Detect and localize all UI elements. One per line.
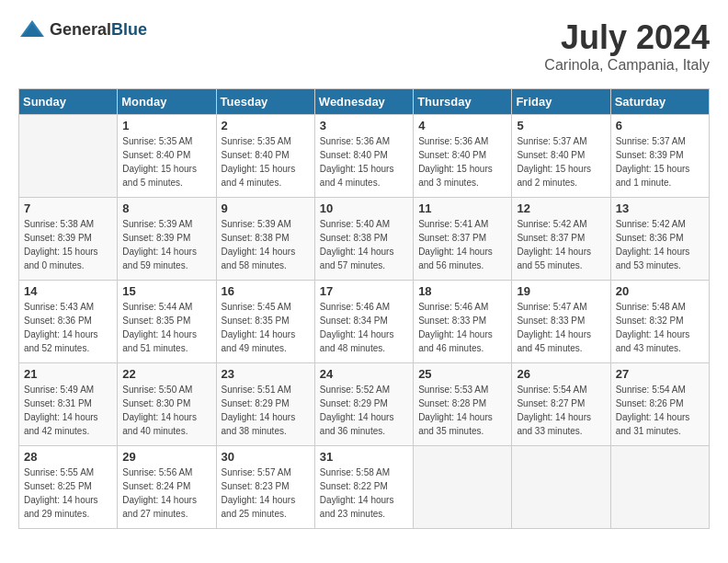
- day-info: Sunrise: 5:46 AMSunset: 8:34 PMDaylight:…: [320, 300, 408, 355]
- day-number: 18: [418, 284, 506, 298]
- day-number: 22: [122, 367, 210, 381]
- day-info: Sunrise: 5:53 AMSunset: 8:28 PMDaylight:…: [418, 383, 506, 438]
- day-number: 14: [24, 284, 112, 298]
- calendar-week-row: 21Sunrise: 5:49 AMSunset: 8:31 PMDayligh…: [19, 363, 710, 446]
- calendar-day-cell: 20Sunrise: 5:48 AMSunset: 8:32 PMDayligh…: [610, 281, 709, 363]
- day-number: 3: [320, 119, 408, 132]
- day-number: 15: [122, 284, 210, 298]
- day-number: 29: [122, 450, 210, 464]
- calendar-day-cell: 15Sunrise: 5:44 AMSunset: 8:35 PMDayligh…: [118, 281, 216, 363]
- calendar-day-cell: 3Sunrise: 5:36 AMSunset: 8:40 PMDaylight…: [314, 115, 413, 198]
- calendar-day-cell: 14Sunrise: 5:43 AMSunset: 8:36 PMDayligh…: [19, 281, 118, 363]
- day-number: 13: [616, 201, 704, 215]
- day-number: 10: [320, 201, 408, 215]
- day-of-week-header: Sunday: [19, 89, 118, 115]
- day-number: 12: [517, 201, 605, 215]
- day-info: Sunrise: 5:58 AMSunset: 8:22 PMDaylight:…: [320, 465, 408, 521]
- calendar-day-cell: 2Sunrise: 5:35 AMSunset: 8:40 PMDaylight…: [216, 115, 314, 198]
- day-number: 24: [320, 367, 408, 381]
- day-number: 28: [24, 450, 112, 464]
- calendar-day-cell: [512, 446, 610, 529]
- day-of-week-header: Saturday: [610, 89, 709, 115]
- calendar-day-cell: 17Sunrise: 5:46 AMSunset: 8:34 PMDayligh…: [314, 281, 413, 363]
- location-subtitle: Carinola, Campania, Italy: [544, 57, 710, 74]
- day-info: Sunrise: 5:55 AMSunset: 8:25 PMDaylight:…: [24, 465, 112, 521]
- day-info: Sunrise: 5:35 AMSunset: 8:40 PMDaylight:…: [222, 134, 310, 190]
- day-info: Sunrise: 5:39 AMSunset: 8:38 PMDaylight:…: [222, 217, 310, 272]
- day-info: Sunrise: 5:51 AMSunset: 8:29 PMDaylight:…: [222, 383, 310, 438]
- calendar-day-cell: 30Sunrise: 5:57 AMSunset: 8:23 PMDayligh…: [216, 446, 314, 529]
- calendar-day-cell: 6Sunrise: 5:37 AMSunset: 8:39 PMDaylight…: [610, 115, 709, 198]
- day-info: Sunrise: 5:47 AMSunset: 8:33 PMDaylight:…: [517, 300, 605, 355]
- day-info: Sunrise: 5:37 AMSunset: 8:40 PMDaylight:…: [517, 134, 605, 190]
- day-info: Sunrise: 5:36 AMSunset: 8:40 PMDaylight:…: [320, 134, 408, 190]
- day-info: Sunrise: 5:44 AMSunset: 8:35 PMDaylight:…: [122, 300, 210, 355]
- calendar-day-cell: 26Sunrise: 5:54 AMSunset: 8:27 PMDayligh…: [512, 363, 610, 446]
- day-info: Sunrise: 5:45 AMSunset: 8:35 PMDaylight:…: [222, 300, 310, 355]
- day-of-week-header: Thursday: [414, 89, 512, 115]
- day-number: 31: [320, 450, 408, 464]
- day-number: 27: [616, 367, 704, 381]
- day-info: Sunrise: 5:54 AMSunset: 8:27 PMDaylight:…: [517, 383, 605, 438]
- calendar-day-cell: 19Sunrise: 5:47 AMSunset: 8:33 PMDayligh…: [512, 281, 610, 363]
- calendar-day-cell: 7Sunrise: 5:38 AMSunset: 8:39 PMDaylight…: [19, 198, 118, 281]
- calendar-day-cell: 16Sunrise: 5:45 AMSunset: 8:35 PMDayligh…: [216, 281, 314, 363]
- calendar-day-cell: 8Sunrise: 5:39 AMSunset: 8:39 PMDaylight…: [118, 198, 216, 281]
- day-info: Sunrise: 5:36 AMSunset: 8:40 PMDaylight:…: [418, 134, 506, 190]
- calendar-week-row: 14Sunrise: 5:43 AMSunset: 8:36 PMDayligh…: [19, 281, 710, 363]
- calendar-day-cell: [19, 115, 118, 198]
- day-number: 9: [222, 201, 310, 215]
- calendar-day-cell: [610, 446, 709, 529]
- calendar-day-cell: 28Sunrise: 5:55 AMSunset: 8:25 PMDayligh…: [19, 446, 118, 529]
- day-info: Sunrise: 5:57 AMSunset: 8:23 PMDaylight:…: [222, 465, 310, 521]
- day-number: 20: [616, 284, 704, 298]
- day-number: 16: [222, 284, 310, 298]
- day-number: 8: [122, 201, 210, 215]
- calendar-day-cell: 13Sunrise: 5:42 AMSunset: 8:36 PMDayligh…: [610, 198, 709, 281]
- logo: GeneralBlue: [18, 18, 147, 40]
- calendar-week-row: 28Sunrise: 5:55 AMSunset: 8:25 PMDayligh…: [19, 446, 710, 529]
- day-number: 17: [320, 284, 408, 298]
- day-info: Sunrise: 5:38 AMSunset: 8:39 PMDaylight:…: [24, 217, 112, 272]
- title-section: July 2024 Carinola, Campania, Italy: [544, 18, 710, 74]
- logo-blue-text: Blue: [111, 20, 147, 39]
- calendar-day-cell: 9Sunrise: 5:39 AMSunset: 8:38 PMDaylight…: [216, 198, 314, 281]
- calendar-day-cell: 18Sunrise: 5:46 AMSunset: 8:33 PMDayligh…: [414, 281, 512, 363]
- calendar-day-cell: 12Sunrise: 5:42 AMSunset: 8:37 PMDayligh…: [512, 198, 610, 281]
- calendar-week-row: 1Sunrise: 5:35 AMSunset: 8:40 PMDaylight…: [19, 115, 710, 198]
- page-header: GeneralBlue July 2024 Carinola, Campania…: [18, 18, 710, 74]
- day-number: 4: [418, 119, 506, 132]
- calendar-day-cell: 25Sunrise: 5:53 AMSunset: 8:28 PMDayligh…: [414, 363, 512, 446]
- calendar-day-cell: 22Sunrise: 5:50 AMSunset: 8:30 PMDayligh…: [118, 363, 216, 446]
- calendar-day-cell: 27Sunrise: 5:54 AMSunset: 8:26 PMDayligh…: [610, 363, 709, 446]
- day-number: 30: [222, 450, 310, 464]
- day-info: Sunrise: 5:43 AMSunset: 8:36 PMDaylight:…: [24, 300, 112, 355]
- logo-icon: [18, 18, 46, 40]
- day-number: 7: [24, 201, 112, 215]
- day-info: Sunrise: 5:37 AMSunset: 8:39 PMDaylight:…: [616, 134, 704, 190]
- day-info: Sunrise: 5:54 AMSunset: 8:26 PMDaylight:…: [616, 383, 704, 438]
- calendar-day-cell: 24Sunrise: 5:52 AMSunset: 8:29 PMDayligh…: [314, 363, 413, 446]
- day-number: 25: [418, 367, 506, 381]
- day-info: Sunrise: 5:42 AMSunset: 8:36 PMDaylight:…: [616, 217, 704, 272]
- day-of-week-header: Friday: [512, 89, 610, 115]
- day-number: 1: [122, 119, 210, 132]
- logo-general-text: General: [50, 20, 111, 39]
- calendar-day-cell: 31Sunrise: 5:58 AMSunset: 8:22 PMDayligh…: [314, 446, 413, 529]
- day-number: 11: [418, 201, 506, 215]
- day-number: 5: [517, 119, 605, 132]
- calendar-header-row: SundayMondayTuesdayWednesdayThursdayFrid…: [19, 89, 710, 115]
- calendar-week-row: 7Sunrise: 5:38 AMSunset: 8:39 PMDaylight…: [19, 198, 710, 281]
- day-info: Sunrise: 5:52 AMSunset: 8:29 PMDaylight:…: [320, 383, 408, 438]
- calendar-day-cell: 5Sunrise: 5:37 AMSunset: 8:40 PMDaylight…: [512, 115, 610, 198]
- day-info: Sunrise: 5:48 AMSunset: 8:32 PMDaylight:…: [616, 300, 704, 355]
- month-year-title: July 2024: [544, 18, 710, 57]
- day-info: Sunrise: 5:39 AMSunset: 8:39 PMDaylight:…: [122, 217, 210, 272]
- calendar-day-cell: 11Sunrise: 5:41 AMSunset: 8:37 PMDayligh…: [414, 198, 512, 281]
- day-of-week-header: Wednesday: [314, 89, 413, 115]
- day-info: Sunrise: 5:50 AMSunset: 8:30 PMDaylight:…: [122, 383, 210, 438]
- day-info: Sunrise: 5:41 AMSunset: 8:37 PMDaylight:…: [418, 217, 506, 272]
- calendar-day-cell: [414, 446, 512, 529]
- day-number: 6: [616, 119, 704, 132]
- calendar-day-cell: 1Sunrise: 5:35 AMSunset: 8:40 PMDaylight…: [118, 115, 216, 198]
